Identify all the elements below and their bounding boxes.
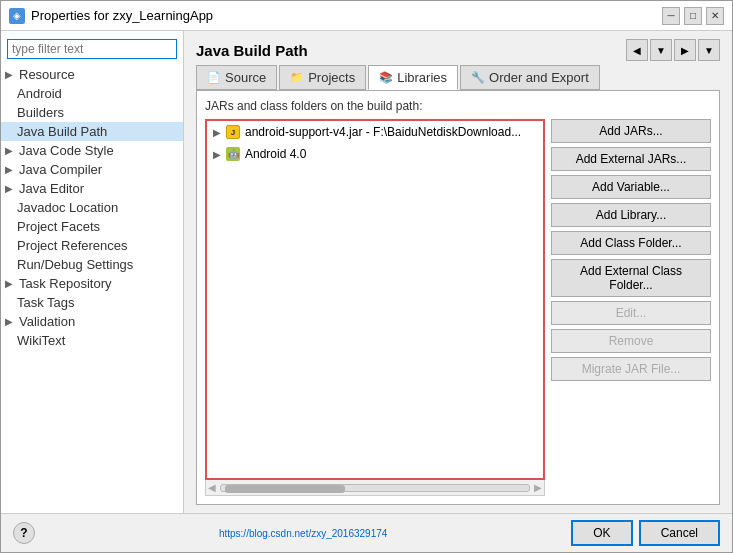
sidebar-label-project-references: Project References <box>17 238 128 253</box>
add-external-jars-button[interactable]: Add External JARs... <box>551 147 711 171</box>
title-bar: ◈ Properties for zxy_LearningApp ─ □ ✕ <box>1 1 732 31</box>
add-class-folder-button[interactable]: Add Class Folder... <box>551 231 711 255</box>
page-title: Java Build Path <box>196 42 308 59</box>
arrow-icon: ▶ <box>5 183 13 194</box>
footer-link: https://blog.csdn.net/zxy_2016329174 <box>219 528 387 539</box>
footer: ? https://blog.csdn.net/zxy_2016329174 O… <box>1 513 732 552</box>
jar-icon: J <box>225 124 241 140</box>
tab-source[interactable]: 📄 Source <box>196 65 277 90</box>
main-panel: Java Build Path ◀ ▼ ▶ ▼ 📄 Source 📁 Proje… <box>184 31 732 513</box>
sidebar-label-android: Android <box>17 86 62 101</box>
sidebar-item-task-repository[interactable]: ▶ Task Repository <box>1 274 183 293</box>
sidebar-item-java-code-style[interactable]: ▶ Java Code Style <box>1 141 183 160</box>
order-export-tab-icon: 🔧 <box>471 71 485 84</box>
main-header: Java Build Path ◀ ▼ ▶ ▼ <box>184 31 732 65</box>
cancel-button[interactable]: Cancel <box>639 520 720 546</box>
search-input[interactable] <box>7 39 177 59</box>
sidebar-label-validation: Validation <box>19 314 75 329</box>
main-window: ◈ Properties for zxy_LearningApp ─ □ ✕ ▶… <box>0 0 733 553</box>
nav-back-button[interactable]: ◀ <box>626 39 648 61</box>
sidebar-item-java-editor[interactable]: ▶ Java Editor <box>1 179 183 198</box>
remove-button[interactable]: Remove <box>551 329 711 353</box>
source-tab-icon: 📄 <box>207 71 221 84</box>
sidebar-item-task-tags[interactable]: Task Tags <box>1 293 183 312</box>
sidebar-label-java-compiler: Java Compiler <box>19 162 102 177</box>
horizontal-scrollbar[interactable]: ◀ ▶ <box>205 480 545 496</box>
arrow-icon: ▶ <box>5 145 13 156</box>
nav-forward-dropdown-button[interactable]: ▼ <box>698 39 720 61</box>
tab-order-and-export[interactable]: 🔧 Order and Export <box>460 65 600 90</box>
sidebar-label-resource: Resource <box>19 67 75 82</box>
help-button[interactable]: ? <box>13 522 35 544</box>
tab-libraries[interactable]: 📚 Libraries <box>368 65 458 90</box>
window-icon: ◈ <box>9 8 25 24</box>
arrow-icon: ▶ <box>5 278 13 289</box>
sidebar-label-builders: Builders <box>17 105 64 120</box>
tree-label-android: Android 4.0 <box>245 147 306 161</box>
sidebar-item-java-build-path[interactable]: Java Build Path <box>1 122 183 141</box>
edit-button[interactable]: Edit... <box>551 301 711 325</box>
tree-container: ▶ J android-support-v4.jar - F:\BaiduNet… <box>205 119 545 496</box>
window-title: Properties for zxy_LearningApp <box>31 8 662 23</box>
tree-label-jar: android-support-v4.jar - F:\BaiduNetdisk… <box>245 125 521 139</box>
sidebar-item-validation[interactable]: ▶ Validation <box>1 312 183 331</box>
sidebar-item-builders[interactable]: Builders <box>1 103 183 122</box>
add-variable-button[interactable]: Add Variable... <box>551 175 711 199</box>
tree-item-android[interactable]: ▶ 🤖 Android 4.0 <box>207 143 543 165</box>
sidebar-item-android[interactable]: Android <box>1 84 183 103</box>
add-jars-button[interactable]: Add JARs... <box>551 119 711 143</box>
sidebar-item-javadoc-location[interactable]: Javadoc Location <box>1 198 183 217</box>
add-library-button[interactable]: Add Library... <box>551 203 711 227</box>
sidebar-item-java-compiler[interactable]: ▶ Java Compiler <box>1 160 183 179</box>
projects-tab-icon: 📁 <box>290 71 304 84</box>
tree-item-jar[interactable]: ▶ J android-support-v4.jar - F:\BaiduNet… <box>207 121 543 143</box>
footer-right: OK Cancel <box>571 520 720 546</box>
sidebar-label-java-editor: Java Editor <box>19 181 84 196</box>
build-path-tree[interactable]: ▶ J android-support-v4.jar - F:\BaiduNet… <box>205 119 545 480</box>
tab-order-export-label: Order and Export <box>489 70 589 85</box>
sidebar-group: ▶ Resource Android Builders Java Build P… <box>1 63 183 352</box>
sidebar-label-javadoc-location: Javadoc Location <box>17 200 118 215</box>
panel-content: ▶ J android-support-v4.jar - F:\BaiduNet… <box>205 119 711 496</box>
tab-source-label: Source <box>225 70 266 85</box>
sidebar-item-run-debug-settings[interactable]: Run/Debug Settings <box>1 255 183 274</box>
sidebar-label-run-debug-settings: Run/Debug Settings <box>17 257 133 272</box>
nav-dropdown-button[interactable]: ▼ <box>650 39 672 61</box>
sidebar-item-wiki-text[interactable]: WikiText <box>1 331 183 350</box>
sidebar-search-container <box>7 39 177 59</box>
sidebar-label-task-tags: Task Tags <box>17 295 75 310</box>
tab-projects-label: Projects <box>308 70 355 85</box>
ok-button[interactable]: OK <box>571 520 632 546</box>
sidebar: ▶ Resource Android Builders Java Build P… <box>1 31 184 513</box>
tree-arrow-jar: ▶ <box>213 127 221 138</box>
panel-description: JARs and class folders on the build path… <box>205 99 711 113</box>
window-controls: ─ □ ✕ <box>662 7 724 25</box>
tree-arrow-android: ▶ <box>213 149 221 160</box>
scrollbar-thumb[interactable] <box>225 485 345 493</box>
close-button[interactable]: ✕ <box>706 7 724 25</box>
minimize-button[interactable]: ─ <box>662 7 680 25</box>
tabs-bar: 📄 Source 📁 Projects 📚 Libraries 🔧 Order … <box>184 65 732 90</box>
libraries-tab-icon: 📚 <box>379 71 393 84</box>
maximize-button[interactable]: □ <box>684 7 702 25</box>
panel-body: JARs and class folders on the build path… <box>196 90 720 505</box>
migrate-jar-button[interactable]: Migrate JAR File... <box>551 357 711 381</box>
sidebar-label-java-code-style: Java Code Style <box>19 143 114 158</box>
sidebar-label-wiki-text: WikiText <box>17 333 65 348</box>
sidebar-label-task-repository: Task Repository <box>19 276 111 291</box>
android-icon: 🤖 <box>225 146 241 162</box>
arrow-icon: ▶ <box>5 316 13 327</box>
tab-projects[interactable]: 📁 Projects <box>279 65 366 90</box>
nav-arrows: ◀ ▼ ▶ ▼ <box>626 39 720 61</box>
sidebar-item-project-references[interactable]: Project References <box>1 236 183 255</box>
tab-libraries-label: Libraries <box>397 70 447 85</box>
sidebar-label-java-build-path: Java Build Path <box>17 124 107 139</box>
arrow-icon: ▶ <box>5 69 13 80</box>
content-area: ▶ Resource Android Builders Java Build P… <box>1 31 732 513</box>
sidebar-item-resource[interactable]: ▶ Resource <box>1 65 183 84</box>
nav-forward-button[interactable]: ▶ <box>674 39 696 61</box>
buttons-panel: Add JARs... Add External JARs... Add Var… <box>551 119 711 496</box>
sidebar-item-project-facets[interactable]: Project Facets <box>1 217 183 236</box>
footer-left: ? <box>13 522 35 544</box>
add-external-class-folder-button[interactable]: Add External Class Folder... <box>551 259 711 297</box>
